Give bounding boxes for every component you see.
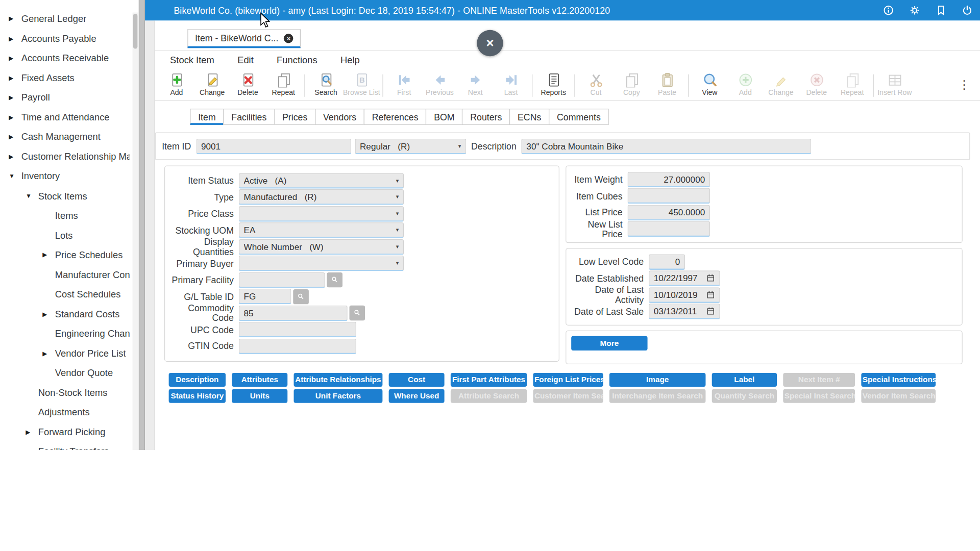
description-field[interactable]: 30" Cobra Mountain Bike <box>522 138 812 154</box>
item-type-select[interactable]: Regular (R) ▾ <box>355 138 466 154</box>
first-part-attributes-button[interactable]: First Part Attributes <box>451 373 527 387</box>
sidebar-splitter[interactable] <box>139 0 145 450</box>
document-tab-item[interactable]: Item - BikeWorld C... × <box>187 30 301 48</box>
tree-expanded-icon[interactable]: ▼ <box>26 192 38 199</box>
date-of-last-sale-field[interactable]: 03/13/2011 <box>649 304 720 319</box>
tree-collapsed-icon[interactable]: ▶ <box>9 114 21 120</box>
tab-routers[interactable]: Routers <box>462 109 510 125</box>
tab-close-icon[interactable]: × <box>284 34 293 43</box>
toolbar-repeat-button[interactable]: Repeat <box>265 72 301 96</box>
tree-collapsed-icon[interactable]: ▶ <box>9 94 21 101</box>
sidebar-item-engineering-change[interactable]: Engineering Change <box>0 323 130 343</box>
tab-item[interactable]: Item <box>190 109 224 125</box>
item-cubes-field[interactable] <box>627 188 710 204</box>
toolbar-add-button[interactable]: Add <box>159 72 194 96</box>
tree-collapsed-icon[interactable]: ▶ <box>42 349 55 356</box>
status-history-button[interactable]: Status History <box>169 389 226 403</box>
gtin-code-field[interactable] <box>239 338 356 354</box>
calendar-icon[interactable] <box>706 290 715 299</box>
commodity-code-field[interactable]: 85 <box>239 305 348 321</box>
where-used-button[interactable]: Where Used <box>389 389 445 403</box>
g-l-table-id-field[interactable]: FG <box>239 289 291 305</box>
special-instructions-button[interactable]: Special Instructions <box>861 373 936 387</box>
toolbar-overflow-icon[interactable]: ⋮ <box>958 72 980 92</box>
tab-references[interactable]: References <box>364 109 427 125</box>
g-l-table-id-lookup-button[interactable] <box>293 289 309 304</box>
sidebar-item-items[interactable]: Items <box>0 206 130 226</box>
menu-stock-item[interactable]: Stock Item <box>170 54 214 65</box>
sidebar-item-vendor-price-list[interactable]: ▶Vendor Price List <box>0 343 130 363</box>
sidebar-item-customer-relationship-manag[interactable]: ▶Customer Relationship Manag <box>0 146 130 166</box>
sidebar-item-manufacturer-contra[interactable]: Manufacturer Contra <box>0 265 130 285</box>
sidebar-item-accounts-payable[interactable]: ▶Accounts Payable <box>0 29 130 48</box>
low-level-code-field[interactable]: 0 <box>649 254 685 270</box>
item-weight-field[interactable]: 27.000000 <box>627 171 710 187</box>
tree-collapsed-icon[interactable]: ▶ <box>42 310 55 317</box>
more-button[interactable]: More <box>571 336 647 350</box>
calendar-icon[interactable] <box>706 274 715 283</box>
tree-expanded-icon[interactable]: ▼ <box>9 172 21 179</box>
attributes-button[interactable]: Attributes <box>232 373 287 387</box>
sidebar-item-vendor-quote[interactable]: Vendor Quote <box>0 363 130 383</box>
attribute-relationships-button[interactable]: Attribute Relationships <box>294 373 383 387</box>
tree-collapsed-icon[interactable]: ▶ <box>9 35 21 41</box>
tree-collapsed-icon[interactable]: ▶ <box>9 133 21 140</box>
sidebar-item-accounts-receivable[interactable]: ▶Accounts Receivable <box>0 48 130 68</box>
units-button[interactable]: Units <box>232 389 287 403</box>
image-button[interactable]: Image <box>609 373 706 387</box>
tab-bom[interactable]: BOM <box>426 109 462 125</box>
toolbar-delete-button[interactable]: Delete <box>230 72 266 96</box>
toolbar-reports-button[interactable]: Reports <box>535 72 571 96</box>
close-dialog-button[interactable]: × <box>477 30 503 56</box>
scrollbar-thumb[interactable] <box>133 14 138 49</box>
new-list-price-field[interactable] <box>627 221 710 237</box>
sidebar-item-standard-costs[interactable]: ▶Standard Costs <box>0 304 130 324</box>
sidebar-item-adjustments[interactable]: Adjustments <box>0 403 130 422</box>
primary-buyer-select[interactable]: ▾ <box>239 256 404 271</box>
commodity-code-lookup-button[interactable] <box>349 306 365 320</box>
tab-prices[interactable]: Prices <box>274 109 315 125</box>
toolbar-view-button[interactable]: View <box>692 72 728 96</box>
stocking-uom-select[interactable]: EA▾ <box>239 222 404 238</box>
sidebar-item-price-schedules[interactable]: ▶Price Schedules <box>0 245 130 265</box>
primary-facility-field[interactable] <box>239 272 325 288</box>
sidebar-item-fixed-assets[interactable]: ▶Fixed Assets <box>0 68 130 88</box>
sidebar-item-non-stock-items[interactable]: Non-Stock Items <box>0 383 130 403</box>
menu-edit[interactable]: Edit <box>237 54 254 65</box>
calendar-icon[interactable] <box>706 307 715 316</box>
tab-comments[interactable]: Comments <box>549 109 609 125</box>
sidebar-item-cost-schedules[interactable]: Cost Schedules <box>0 284 130 304</box>
menu-functions[interactable]: Functions <box>277 54 317 65</box>
sidebar-item-lots[interactable]: Lots <box>0 225 130 245</box>
sidebar-item-facility-transfers[interactable]: Facility Transfers <box>0 442 130 450</box>
tree-collapsed-icon[interactable]: ▶ <box>9 15 21 22</box>
price-class-select[interactable]: ▾ <box>239 206 404 222</box>
sidebar-item-inventory[interactable]: ▼Inventory <box>0 166 130 186</box>
primary-facility-lookup-button[interactable] <box>327 272 342 287</box>
description-button[interactable]: Description <box>169 373 226 387</box>
sidebar-item-general-ledger[interactable]: ▶General Ledger <box>0 9 130 29</box>
settings-gear-icon[interactable] <box>910 5 920 16</box>
sidebar-item-payroll[interactable]: ▶Payroll <box>0 87 130 107</box>
bookmark-icon[interactable] <box>936 5 946 16</box>
sidebar-item-cash-management[interactable]: ▶Cash Management <box>0 127 130 147</box>
sidebar-item-stock-items[interactable]: ▼Stock Items <box>0 186 130 206</box>
tree-collapsed-icon[interactable]: ▶ <box>42 252 55 258</box>
sidebar-vertical-scrollbar[interactable] <box>133 12 138 450</box>
tree-collapsed-icon[interactable]: ▶ <box>9 74 21 81</box>
list-price-field[interactable]: 450.0000 <box>627 205 710 220</box>
date-of-last-activity-field[interactable]: 10/10/2019 <box>649 287 720 303</box>
upc-code-field[interactable] <box>239 322 356 338</box>
tab-vendors[interactable]: Vendors <box>315 109 364 125</box>
sidebar-item-time-and-attendance[interactable]: ▶Time and Attendance <box>0 107 130 127</box>
sidebar-item-forward-picking[interactable]: ▶Forward Picking <box>0 422 130 442</box>
type-select[interactable]: Manufactured (R)▾ <box>239 189 404 205</box>
toolbar-search-button[interactable]: Search <box>308 72 344 96</box>
tree-collapsed-icon[interactable]: ▶ <box>26 429 38 435</box>
window-left-scrollband[interactable] <box>145 20 155 450</box>
info-icon[interactable] <box>883 5 894 16</box>
tab-facilities[interactable]: Facilities <box>223 109 275 125</box>
tab-ecns[interactable]: ECNs <box>509 109 549 125</box>
display-quantities-select[interactable]: Whole Number (W)▾ <box>239 239 404 255</box>
item-id-field[interactable]: 9001 <box>196 138 351 154</box>
